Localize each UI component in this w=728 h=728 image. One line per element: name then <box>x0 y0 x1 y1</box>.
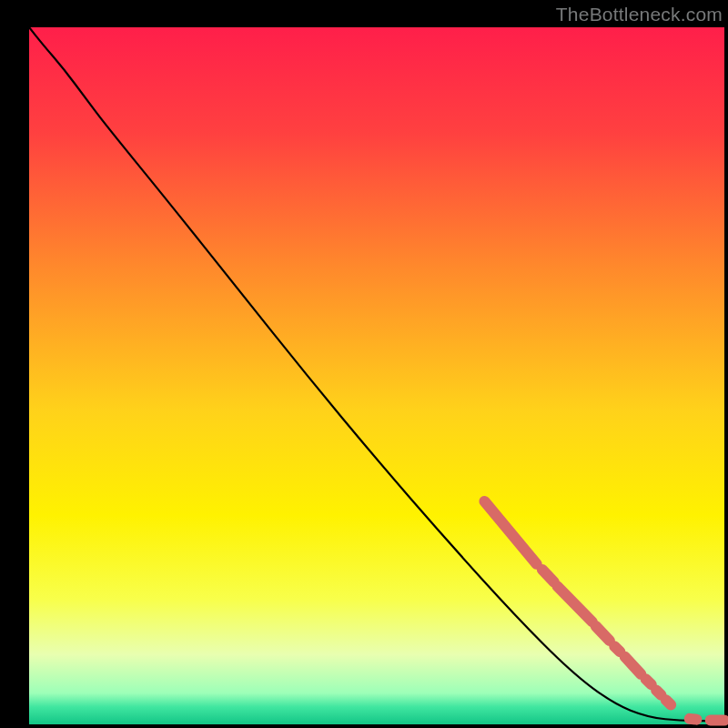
marker-segment <box>666 700 671 704</box>
marker-segment <box>656 690 661 694</box>
chart-canvas <box>0 0 728 728</box>
marker-segment <box>614 646 620 652</box>
watermark-text: TheBottleneck.com <box>556 4 723 25</box>
chart-stage: TheBottleneck.com <box>0 0 728 728</box>
marker-segment <box>646 679 652 684</box>
marker-segment <box>690 719 697 720</box>
plot-background <box>29 27 724 724</box>
